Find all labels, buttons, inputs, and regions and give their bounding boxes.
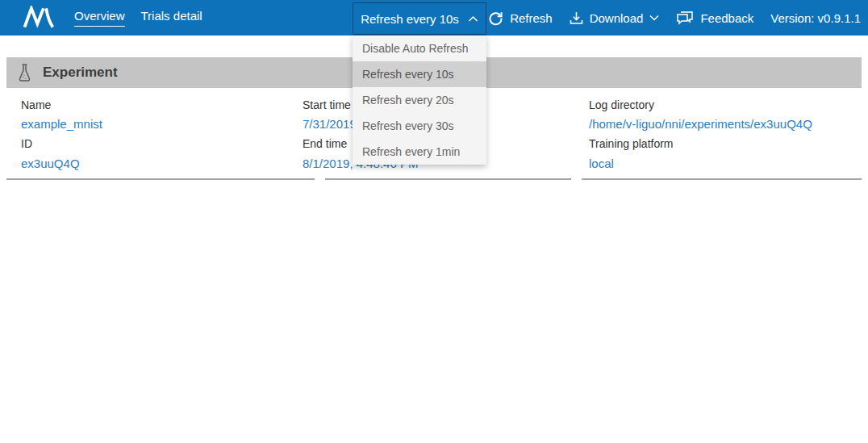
log-directory-value: /home/v-liguo/nni/experiments/ex3uuQ4Q	[589, 117, 812, 131]
nav-tabs: Overview Trials detail	[74, 9, 202, 27]
id-value: ex3uuQ4Q	[21, 157, 80, 170]
header-actions: Refresh Download Feedback Version: v0.9.…	[488, 0, 861, 36]
end-time-label: End time	[303, 137, 347, 150]
name-value: example_mnist	[21, 117, 102, 131]
name-label: Name	[21, 98, 51, 111]
dropdown-item-refresh-1min[interactable]: Refresh every 1min	[353, 139, 486, 165]
flask-icon	[18, 63, 31, 82]
id-label: ID	[21, 137, 32, 150]
column-divider	[6, 178, 315, 180]
dropdown-item-disable-auto-refresh[interactable]: Disable Auto Refresh	[353, 36, 486, 61]
chevron-up-icon	[468, 15, 478, 23]
column-divider	[582, 178, 862, 180]
version-label: Version: v0.9.1.1	[770, 11, 861, 25]
refresh-interval-button[interactable]: Refresh every 10s	[353, 2, 486, 35]
feedback-icon	[676, 10, 694, 25]
download-label: Download	[590, 11, 644, 25]
feedback-label: Feedback	[700, 11, 753, 25]
column-divider	[325, 178, 571, 180]
dropdown-item-refresh-30s[interactable]: Refresh every 30s	[353, 113, 486, 139]
download-button[interactable]: Download	[570, 11, 660, 25]
dropdown-item-refresh-10s[interactable]: Refresh every 10s	[353, 61, 486, 87]
tab-trials-detail[interactable]: Trials detail	[141, 9, 202, 27]
training-platform-value: local	[589, 157, 614, 170]
refresh-icon	[488, 10, 503, 26]
download-icon	[570, 11, 583, 25]
tab-overview[interactable]: Overview	[74, 9, 125, 27]
feedback-button[interactable]: Feedback	[676, 10, 753, 25]
refresh-button[interactable]: Refresh	[488, 10, 553, 26]
nni-logo-icon	[23, 6, 55, 30]
refresh-interval-dropdown: Disable Auto Refresh Refresh every 10s R…	[353, 36, 486, 165]
refresh-label: Refresh	[510, 11, 553, 25]
start-time-label: Start time	[303, 98, 351, 111]
experiment-title: Experiment	[43, 65, 118, 81]
dropdown-item-refresh-20s[interactable]: Refresh every 20s	[353, 87, 486, 113]
refresh-interval-label: Refresh every 10s	[361, 12, 459, 26]
training-platform-label: Training platform	[589, 137, 674, 150]
top-nav-bar: Overview Trials detail Refresh every 10s…	[0, 0, 868, 36]
chevron-down-icon	[649, 15, 659, 21]
log-directory-label: Log directory	[589, 98, 654, 111]
